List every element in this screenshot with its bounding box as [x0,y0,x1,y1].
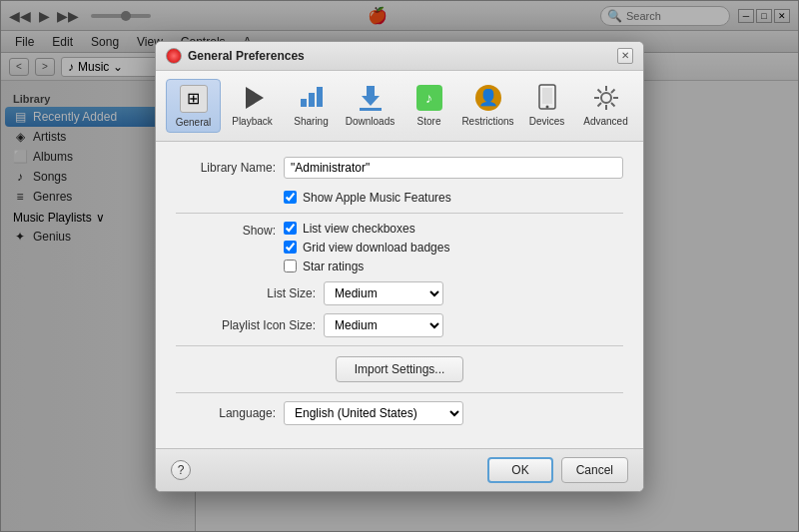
svg-rect-5 [360,108,382,111]
apple-music-label: Show Apple Music Features [303,191,451,205]
star-ratings-label: Star ratings [303,260,364,273]
footer-buttons: OK Cancel [487,457,628,483]
cancel-button[interactable]: Cancel [561,457,628,483]
advanced-toolbar-icon [591,83,621,113]
list-size-row: List Size: Small Medium Large [176,281,623,305]
playlist-icon-size-row: Playlist Icon Size: Small Medium Large [176,313,623,337]
divider-1 [176,213,623,214]
show-label: Show: [176,222,276,238]
language-label: Language: [176,406,276,420]
library-name-input[interactable] [284,157,623,179]
toolbar-devices[interactable]: Devices [519,81,574,133]
star-ratings-checkbox-row: Star ratings [284,260,449,273]
ok-button[interactable]: OK [487,457,552,483]
svg-rect-2 [317,87,323,107]
list-size-select[interactable]: Small Medium Large [324,281,443,305]
gridview-checkbox-row: Grid view download badges [284,241,449,255]
toolbar-store-label: Store [417,116,441,127]
help-button[interactable]: ? [171,460,191,480]
show-checks: List view checkboxes Grid view download … [284,222,449,273]
toolbar-sharing-label: Sharing [294,116,328,127]
toolbar-restrictions[interactable]: 👤 Restrictions [460,81,515,133]
toolbar-advanced-label: Advanced [583,116,627,127]
playlist-icon-size-label: Playlist Icon Size: [176,318,316,332]
store-icon-shape: ♪ [416,85,442,111]
restrictions-toolbar-icon: 👤 [473,83,503,113]
playback-toolbar-icon [238,83,268,113]
toolbar-store[interactable]: ♪ Store [401,81,456,133]
svg-rect-1 [309,93,315,107]
toolbar-advanced[interactable]: Advanced [578,81,633,133]
sharing-icon-svg [299,85,325,111]
apple-music-row: Show Apple Music Features [176,191,623,205]
toolbar-general[interactable]: ⊞ General [166,81,221,133]
toolbar-general-label: General [176,117,212,128]
language-select[interactable]: English (United States) French German Sp… [284,401,463,425]
list-size-label: List Size: [176,286,316,300]
gridview-checkbox[interactable] [284,241,297,254]
svg-rect-7 [542,88,552,104]
toolbar-playback-label: Playback [232,116,273,127]
listview-label: List view checkboxes [303,222,415,236]
toolbar-devices-label: Devices [529,116,565,127]
svg-marker-4 [362,96,380,106]
store-toolbar-icon: ♪ [414,83,444,113]
import-settings-button[interactable]: Import Settings... [336,356,464,382]
advanced-icon-svg [592,84,620,112]
downloads-toolbar-icon [356,83,386,113]
listview-checkbox-row: List view checkboxes [284,222,449,236]
gridview-label: Grid view download badges [303,241,449,255]
star-ratings-checkbox[interactable] [284,260,297,272]
svg-point-8 [545,105,548,108]
devices-icon-svg [537,84,557,112]
dialog-toolbar: ⊞ General Playback [156,81,643,142]
language-row: Language: English (United States) French… [176,401,623,425]
divider-2 [176,345,623,346]
dialog-overlay: General Preferences ✕ ⊞ General [1,81,798,531]
devices-toolbar-icon [532,83,562,113]
toolbar-restrictions-label: Restrictions [461,116,513,127]
toolbar-downloads[interactable]: Downloads [343,81,398,133]
svg-point-9 [601,93,611,103]
svg-rect-0 [301,99,307,107]
general-toolbar-icon: ⊞ [179,84,209,114]
sharing-toolbar-icon [297,83,327,113]
toolbar-sharing[interactable]: Sharing [284,81,339,133]
general-icon-shape: ⊞ [180,85,208,113]
library-name-label: Library Name: [176,161,276,175]
downloads-icon-svg [358,84,384,112]
toolbar-downloads-label: Downloads [346,116,395,127]
itunes-window: ◀◀ ▶ ▶▶ 🍎 🔍 ─ □ ✕ File Edit Song View Co… [0,0,799,532]
dialog-content: Library Name: Show Apple Music Features … [156,142,643,448]
main-content: Library ▤ Recently Added ◈ Artists ⬜ Alb… [1,81,798,531]
playlist-icon-size-select[interactable]: Small Medium Large [324,313,443,337]
playback-icon-shape [246,87,264,109]
dialog-footer: ? OK Cancel [156,448,643,491]
library-name-row: Library Name: [176,157,623,179]
apple-music-checkbox[interactable] [284,191,297,204]
listview-checkbox[interactable] [284,222,297,235]
general-preferences-dialog: General Preferences ✕ ⊞ General [155,81,644,492]
divider-3 [176,392,623,393]
restrictions-icon-shape: 👤 [475,85,501,111]
toolbar-playback[interactable]: Playback [225,81,280,133]
show-options-row: Show: List view checkboxes Grid view dow… [176,222,623,273]
